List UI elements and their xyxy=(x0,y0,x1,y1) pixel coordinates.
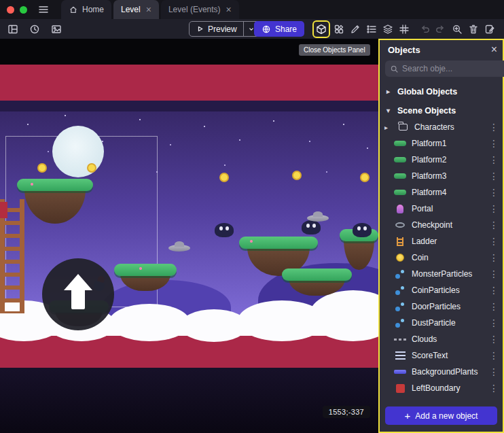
object-row-Ladder[interactable]: Ladder⋮ xyxy=(380,233,503,249)
object-groups-button[interactable] xyxy=(331,22,346,37)
object-menu-button[interactable]: ⋮ xyxy=(489,171,497,181)
object-row-Platform2[interactable]: Platform2⋮ xyxy=(380,152,503,168)
grid-button[interactable] xyxy=(397,22,412,37)
object-menu-button[interactable]: ⋮ xyxy=(489,139,497,148)
zoom-in-button[interactable] xyxy=(450,22,465,37)
coin-sprite[interactable] xyxy=(219,173,229,182)
object-name: Platform3 xyxy=(412,171,484,181)
object-menu-button[interactable]: ⋮ xyxy=(489,367,497,377)
toolbar-left-group xyxy=(5,22,64,37)
undo-button[interactable] xyxy=(417,22,432,37)
coin-sprite[interactable] xyxy=(292,171,302,180)
objects-panel-toggle-button[interactable] xyxy=(315,23,327,35)
object-menu-button[interactable]: ⋮ xyxy=(489,318,497,328)
object-row-DoorParticles[interactable]: DoorParticles⋮ xyxy=(380,298,503,315)
object-row-LeftBoundary[interactable]: LeftBoundary⋮ xyxy=(380,380,503,396)
object-menu-button[interactable]: ⋮ xyxy=(489,237,497,246)
objects-panel: Objects × ▸ Global Objects ▾ Scene Objec… xyxy=(378,39,504,433)
object-row-CoinParticles[interactable]: CoinParticles⋮ xyxy=(380,282,503,298)
object-menu-button[interactable]: ⋮ xyxy=(489,188,497,197)
object-name: Platform4 xyxy=(412,188,484,197)
monster-sprite[interactable] xyxy=(353,223,372,237)
tab-level[interactable]: Level × xyxy=(113,0,159,19)
object-row-Clouds[interactable]: Clouds⋮ xyxy=(380,331,503,347)
objects-panel-footer: + Add a new object xyxy=(380,402,503,432)
preview-button[interactable]: Preview xyxy=(190,22,243,36)
object-row-DustParticle[interactable]: DustParticle⋮ xyxy=(380,315,503,331)
zoom-window-button[interactable] xyxy=(20,6,27,14)
platform-island-sprite[interactable] xyxy=(114,264,177,291)
tab-home[interactable]: Home xyxy=(61,0,111,19)
tab-level-events[interactable]: Level (Events) × xyxy=(161,0,239,19)
object-row-Platform3[interactable]: Platform3⋮ xyxy=(380,168,503,184)
coin-sprite[interactable] xyxy=(37,163,47,173)
platform-island-sprite[interactable] xyxy=(17,179,93,224)
object-menu-button[interactable]: ⋮ xyxy=(489,351,497,360)
object-row-BackgroundPlants[interactable]: BackgroundPlants⋮ xyxy=(380,364,503,380)
object-name: DustParticle xyxy=(412,318,484,328)
search-input[interactable] xyxy=(402,64,504,73)
scene-editor-canvas[interactable]: 1553;-337 xyxy=(0,39,378,433)
close-window-button[interactable] xyxy=(7,6,14,14)
object-menu-button[interactable]: ⋮ xyxy=(489,383,497,393)
object-name: Coin xyxy=(412,253,484,262)
main-menu-button[interactable] xyxy=(38,4,49,15)
redo-button[interactable] xyxy=(433,22,448,37)
properties-list-button[interactable] xyxy=(364,22,379,37)
tab-strip: Home Level × Level (Events) × xyxy=(61,0,239,19)
object-row-MonsterParticles[interactable]: MonsterParticles⋮ xyxy=(380,266,503,282)
object-row-Checkpoint[interactable]: Checkpoint⋮ xyxy=(380,217,503,233)
ufo-sprite[interactable] xyxy=(307,215,329,222)
scene-properties-button[interactable] xyxy=(482,22,497,37)
close-tab-icon[interactable]: × xyxy=(146,5,151,14)
object-name: LeftBoundary xyxy=(412,383,484,393)
platform-icon xyxy=(393,157,407,162)
section-global-objects[interactable]: ▸ Global Objects xyxy=(380,83,503,100)
search-box[interactable] xyxy=(385,60,504,77)
plus-icon: + xyxy=(405,411,411,421)
edit-button[interactable] xyxy=(348,22,363,37)
object-row-ScoreText[interactable]: ScoreText⋮ xyxy=(380,347,503,364)
monster-sprite[interactable] xyxy=(302,220,321,235)
monster-sprite[interactable] xyxy=(215,223,234,237)
object-menu-button[interactable]: ⋮ xyxy=(489,122,497,132)
close-tab-icon[interactable]: × xyxy=(226,5,232,14)
tab-label: Level xyxy=(121,5,141,14)
history-button[interactable] xyxy=(27,22,42,37)
object-menu-button[interactable]: ⋮ xyxy=(489,253,497,262)
image-icon xyxy=(51,24,62,35)
object-menu-button[interactable]: ⋮ xyxy=(489,204,497,213)
object-menu-button[interactable]: ⋮ xyxy=(489,334,497,344)
object-row-Characters[interactable]: ▸Characters⋮ xyxy=(380,119,503,135)
section-scene-objects[interactable]: ▾ Scene Objects xyxy=(380,102,503,119)
platform-island-sprite[interactable] xyxy=(282,269,352,296)
object-row-Platform4[interactable]: Platform4⋮ xyxy=(380,184,503,201)
ufo-sprite[interactable] xyxy=(168,245,190,252)
panels-layout-button[interactable] xyxy=(5,22,20,37)
object-row-Coin[interactable]: Coin⋮ xyxy=(380,249,503,266)
object-menu-button[interactable]: ⋮ xyxy=(489,285,497,295)
add-new-object-button[interactable]: + Add a new object xyxy=(385,406,497,425)
moon-sprite[interactable] xyxy=(52,126,104,177)
object-menu-button[interactable]: ⋮ xyxy=(489,302,497,311)
object-menu-button[interactable]: ⋮ xyxy=(489,155,497,164)
section-label: Global Objects xyxy=(397,87,457,97)
scene-objects-list: ▸Characters⋮Platform1⋮Platform2⋮Platform… xyxy=(380,119,503,396)
share-button[interactable]: Share xyxy=(254,21,304,37)
folder-chevron-icon[interactable]: ▸ xyxy=(384,124,391,131)
object-name: Platform1 xyxy=(412,139,484,148)
jump-button-overlay[interactable] xyxy=(42,258,114,330)
object-row-Platform1[interactable]: Platform1⋮ xyxy=(380,135,503,152)
coin-sprite[interactable] xyxy=(87,163,96,173)
close-panel-button[interactable]: × xyxy=(491,44,497,55)
media-button[interactable] xyxy=(49,22,64,37)
coin-sprite[interactable] xyxy=(360,173,370,182)
object-menu-button[interactable]: ⋮ xyxy=(489,269,497,279)
delete-button[interactable] xyxy=(466,22,481,37)
redo-icon xyxy=(435,24,446,35)
left-boundary-sprite[interactable] xyxy=(0,202,7,218)
layers-button[interactable] xyxy=(380,22,395,37)
object-row-Portal[interactable]: Portal⋮ xyxy=(380,201,503,217)
up-arrow-icon xyxy=(64,274,92,290)
object-menu-button[interactable]: ⋮ xyxy=(489,220,497,230)
